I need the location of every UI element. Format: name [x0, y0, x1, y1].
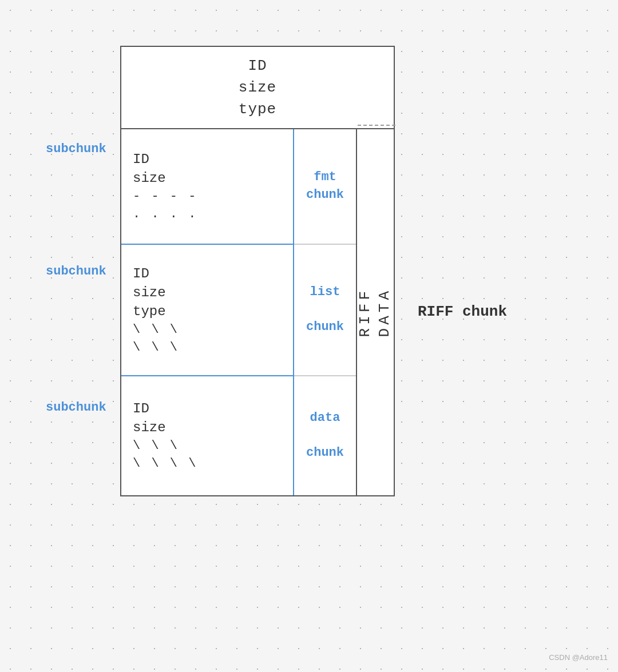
data-dots-1: \ \ \: [133, 439, 282, 453]
subchunk-row-list: ID size type \ \ \ \ \ \: [121, 244, 293, 375]
inner-section: ID size - - - - . . . . ID size type \ \…: [121, 129, 394, 495]
field-size-top: size: [239, 79, 276, 96]
riff-data-text: RIFFDATA: [356, 288, 395, 337]
field-type-top: type: [239, 101, 276, 118]
list-dots-2: \ \ \: [133, 340, 282, 355]
data-field-size: size: [133, 420, 282, 435]
diagram-container: ID size type ID size - - - - . . . .: [120, 46, 395, 496]
riff-data-col: RIFFDATA: [357, 129, 394, 495]
dashed-divider: [358, 125, 395, 126]
top-section: ID size type: [121, 47, 394, 129]
watermark: CSDN @Adore11: [549, 653, 608, 662]
list-label-cell: listchunk: [294, 244, 356, 375]
subchunk-row-fmt: ID size - - - - . . . .: [121, 129, 293, 244]
fmt-dots-2: . . . .: [133, 207, 282, 221]
fmt-field-id: ID: [133, 152, 282, 167]
label-col: fmtchunk listchunk datachunk: [294, 129, 357, 495]
fmt-label-cell: fmtchunk: [294, 129, 356, 244]
data-label-cell: datachunk: [294, 375, 356, 495]
field-id-top: ID: [248, 57, 267, 74]
list-label: listchunk: [306, 284, 344, 336]
list-dots-1: \ \ \: [133, 323, 282, 337]
fmt-label: fmtchunk: [306, 169, 344, 204]
list-field-id: ID: [133, 266, 282, 281]
list-field-size: size: [133, 285, 282, 300]
subchunk-label-1: subchunk: [46, 142, 106, 156]
subchunk-label-3: subchunk: [46, 400, 106, 415]
data-chunk-label: datachunk: [306, 409, 344, 462]
riff-chunk-label: RIFF chunk: [418, 303, 507, 320]
subchunks-col: ID size - - - - . . . . ID size type \ \…: [121, 129, 294, 495]
fmt-dots-1: - - - -: [133, 189, 282, 204]
fmt-field-size: size: [133, 170, 282, 186]
subchunk-row-data: ID size \ \ \ \ \ \ \: [121, 375, 293, 495]
data-field-id: ID: [133, 401, 282, 416]
subchunk-label-2: subchunk: [46, 264, 106, 279]
data-dots-2: \ \ \ \: [133, 456, 282, 471]
riff-outer-box: ID size type ID size - - - - . . . .: [120, 46, 395, 496]
list-field-type: type: [133, 304, 282, 319]
